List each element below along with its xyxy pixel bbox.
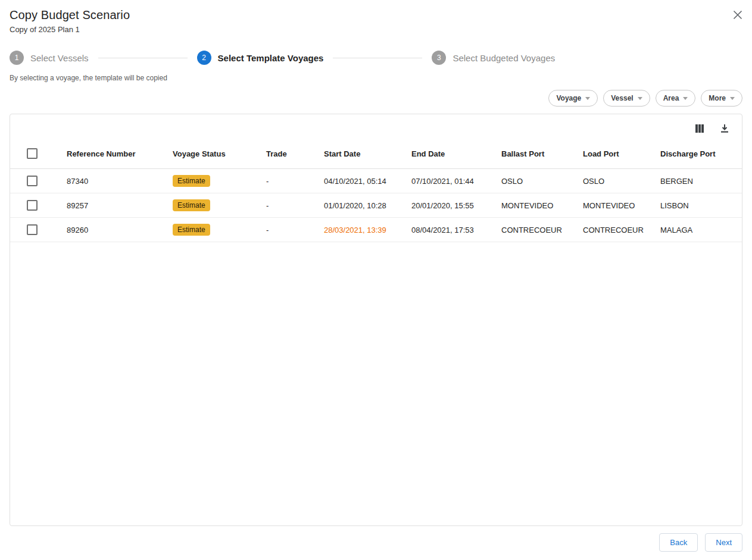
column-header: Discharge Port	[660, 139, 742, 169]
modal-header: Copy Budget Scenario Copy of 2025 Plan 1	[0, 0, 752, 34]
download-button[interactable]	[719, 123, 730, 134]
row-checkbox-cell	[10, 218, 67, 242]
chevron-down-icon	[585, 97, 590, 100]
back-button[interactable]: Back	[659, 533, 698, 552]
step-label: Select Template Voyages	[218, 53, 324, 63]
helper-text: By selecting a voyage, the template will…	[0, 74, 752, 82]
cell-voyage-status: Estimate	[173, 169, 266, 193]
cell-voyage-status: Estimate	[173, 218, 266, 242]
cell-start-date: 04/10/2021, 05:14	[324, 169, 411, 193]
columns-icon	[694, 123, 705, 134]
column-header: Load Port	[583, 139, 660, 169]
cell-start-date: 28/03/2021, 13:39	[324, 218, 411, 242]
cell-ballast-port: OSLO	[501, 169, 583, 193]
chevron-down-icon	[638, 97, 642, 100]
chevron-down-icon	[730, 97, 735, 100]
cell-ballast-port: CONTRECOEUR	[501, 218, 583, 242]
chevron-down-icon	[683, 97, 688, 100]
filter-row: VoyageVesselAreaMore	[0, 90, 752, 107]
filter-chip-area[interactable]: Area	[656, 90, 696, 107]
filter-chip-label: Voyage	[556, 94, 581, 102]
filter-chip-vessel[interactable]: Vessel	[603, 90, 650, 107]
column-header: Trade	[266, 139, 324, 169]
close-icon	[733, 10, 742, 20]
row-checkbox[interactable]	[27, 176, 38, 186]
cell-load-port: MONTEVIDEO	[583, 193, 660, 218]
cell-reference-number: 89257	[67, 193, 173, 218]
table-header-row: Reference NumberVoyage StatusTradeStart …	[10, 139, 742, 169]
filter-chip-label: Vessel	[611, 94, 633, 102]
filter-chip-label: More	[709, 94, 726, 102]
step-number: 3	[432, 51, 446, 65]
table-body: 87340Estimate-04/10/2021, 05:1407/10/202…	[10, 169, 742, 242]
row-checkbox[interactable]	[27, 200, 38, 211]
modal-title: Copy Budget Scenario	[10, 8, 742, 22]
status-badge: Estimate	[173, 224, 210, 236]
cell-discharge-port: BERGEN	[660, 169, 742, 193]
cell-end-date: 08/04/2021, 17:53	[411, 218, 501, 242]
cell-discharge-port: MALAGA	[660, 218, 742, 242]
modal-footer: Back Next	[0, 526, 752, 560]
row-checkbox[interactable]	[27, 224, 38, 235]
cell-discharge-port: LISBON	[660, 193, 742, 218]
stepper-step[interactable]: 1Select Vessels	[10, 51, 89, 65]
cell-ballast-port: MONTEVIDEO	[501, 193, 583, 218]
stepper-step[interactable]: 2Select Template Voyages	[197, 51, 324, 65]
status-badge: Estimate	[173, 199, 210, 211]
next-button[interactable]: Next	[705, 533, 742, 552]
table-toolbar	[10, 114, 742, 139]
cell-voyage-status: Estimate	[173, 193, 266, 218]
cell-trade: -	[266, 218, 324, 242]
step-label: Select Budgeted Voyages	[453, 53, 555, 63]
cell-reference-number: 89260	[67, 218, 173, 242]
cell-end-date: 20/01/2020, 15:55	[411, 193, 501, 218]
column-header: Voyage Status	[173, 139, 266, 169]
close-button[interactable]	[731, 8, 744, 21]
select-all-checkbox[interactable]	[27, 148, 38, 159]
table-row: 87340Estimate-04/10/2021, 05:1407/10/202…	[10, 169, 742, 193]
filter-chip-label: Area	[663, 94, 679, 102]
step-number: 2	[197, 51, 211, 65]
table-row: 89257Estimate-01/01/2020, 10:2820/01/202…	[10, 193, 742, 218]
cell-end-date: 07/10/2021, 01:44	[411, 169, 501, 193]
stepper-connector	[333, 58, 422, 58]
cell-trade: -	[266, 193, 324, 218]
row-checkbox-cell	[10, 169, 67, 193]
column-header: Ballast Port	[501, 139, 583, 169]
step-number: 1	[10, 51, 24, 65]
voyages-table: Reference NumberVoyage StatusTradeStart …	[10, 139, 742, 242]
status-badge: Estimate	[173, 175, 210, 187]
table-row: 89260Estimate-28/03/2021, 13:3908/04/202…	[10, 218, 742, 242]
voyages-table-card: Reference NumberVoyage StatusTradeStart …	[10, 114, 742, 526]
download-icon	[719, 123, 730, 134]
cell-reference-number: 87340	[67, 169, 173, 193]
column-header: End Date	[411, 139, 501, 169]
stepper-step[interactable]: 3Select Budgeted Voyages	[432, 51, 555, 65]
cell-start-date: 01/01/2020, 10:28	[324, 193, 411, 218]
filter-chip-voyage[interactable]: Voyage	[548, 90, 598, 107]
cell-load-port: OSLO	[583, 169, 660, 193]
stepper: 1Select Vessels2Select Template Voyages3…	[0, 51, 752, 65]
row-checkbox-cell	[10, 193, 67, 218]
column-header: Start Date	[324, 139, 411, 169]
step-label: Select Vessels	[30, 53, 89, 63]
cell-load-port: CONTRECOEUR	[583, 218, 660, 242]
select-all-cell	[10, 139, 67, 169]
column-header: Reference Number	[67, 139, 173, 169]
stepper-connector	[98, 58, 188, 58]
column-settings-button[interactable]	[694, 123, 705, 134]
filter-chip-more[interactable]: More	[701, 90, 742, 107]
modal-subtitle: Copy of 2025 Plan 1	[10, 25, 742, 34]
cell-trade: -	[266, 169, 324, 193]
